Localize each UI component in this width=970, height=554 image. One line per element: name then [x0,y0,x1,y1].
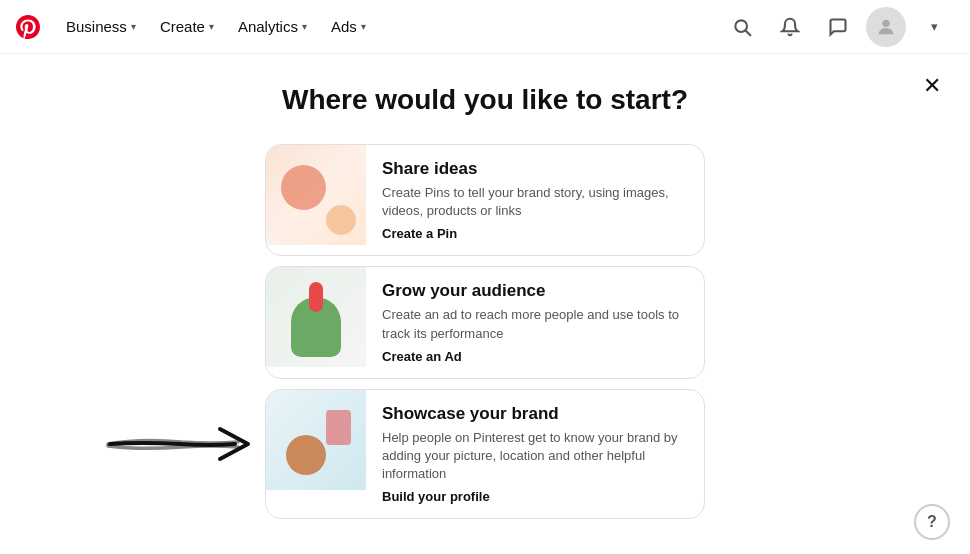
card-title-showcase-brand: Showcase your brand [382,404,688,424]
card-desc-share-ideas: Create Pins to tell your brand story, us… [382,184,688,220]
cards-list: Share ideas Create Pins to tell your bra… [265,144,705,519]
nav-item-ads[interactable]: Ads ▾ [321,10,376,43]
nav-label-business: Business [66,18,127,35]
help-button[interactable]: ? [914,504,950,540]
card-grow-audience[interactable]: Grow your audience Create an ad to reach… [265,266,705,378]
navbar: Business ▾ Create ▾ Analytics ▾ Ads ▾ [0,0,970,54]
close-button[interactable]: ✕ [914,68,950,104]
card-image-showcase-brand [266,390,366,490]
arrow-annotation [100,414,260,474]
card-cta-share-ideas[interactable]: Create a Pin [382,226,688,241]
search-button[interactable] [722,7,762,47]
card-cta-showcase-brand[interactable]: Build your profile [382,489,688,504]
nav-item-business[interactable]: Business ▾ [56,10,146,43]
card-title-grow-audience: Grow your audience [382,281,688,301]
nav-label-ads: Ads [331,18,357,35]
svg-point-2 [882,19,889,26]
avatar[interactable] [866,7,906,47]
modal-overlay: ✕ Where would you like to start? Share i… [0,54,970,554]
pinterest-logo[interactable] [16,15,40,39]
nav-item-analytics[interactable]: Analytics ▾ [228,10,317,43]
card-image-grow-audience [266,267,366,367]
messages-button[interactable] [818,7,858,47]
modal-title: Where would you like to start? [282,84,688,116]
chevron-down-icon: ▾ [302,21,307,32]
chevron-down-icon: ▾ [209,21,214,32]
nav-item-create[interactable]: Create ▾ [150,10,224,43]
card-desc-showcase-brand: Help people on Pinterest get to know you… [382,429,688,484]
nav-right-icons: ▾ [722,7,954,47]
card-image-share-ideas [266,145,366,245]
chevron-down-icon: ▾ [361,21,366,32]
nav-label-analytics: Analytics [238,18,298,35]
chevron-down-icon: ▾ [131,21,136,32]
account-menu-button[interactable]: ▾ [914,7,954,47]
card-cta-grow-audience[interactable]: Create an Ad [382,349,688,364]
nav-label-create: Create [160,18,205,35]
svg-line-1 [746,30,751,35]
nav-items: Business ▾ Create ▾ Analytics ▾ Ads ▾ [56,10,722,43]
card-content-grow-audience: Grow your audience Create an ad to reach… [366,267,704,377]
card-showcase-brand[interactable]: Showcase your brand Help people on Pinte… [265,389,705,520]
notifications-button[interactable] [770,7,810,47]
card-content-share-ideas: Share ideas Create Pins to tell your bra… [366,145,704,255]
card-content-showcase-brand: Showcase your brand Help people on Pinte… [366,390,704,519]
card-title-share-ideas: Share ideas [382,159,688,179]
card-share-ideas[interactable]: Share ideas Create Pins to tell your bra… [265,144,705,256]
card-desc-grow-audience: Create an ad to reach more people and us… [382,306,688,342]
